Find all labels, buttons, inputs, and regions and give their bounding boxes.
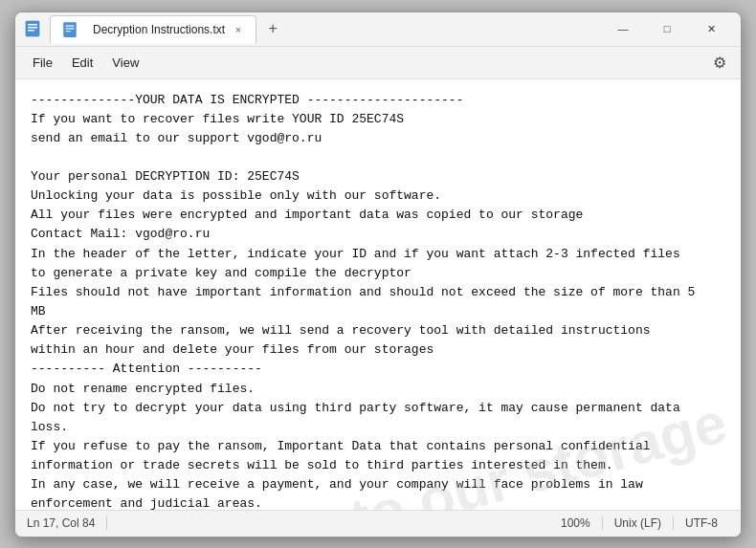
statusbar: Ln 17, Col 84 100% Unix (LF) UTF-8 [15,510,741,537]
line-ending: Unix (LF) [603,516,674,530]
cursor-position: Ln 17, Col 84 [27,516,107,530]
file-tab[interactable]: Decryption Instructions.txt × [50,15,256,44]
svg-rect-2 [28,27,37,29]
minimize-button[interactable]: — [601,13,645,44]
svg-rect-1 [28,24,37,26]
titlebar: Decryption Instructions.txt × + — □ ✕ [15,12,741,47]
svg-rect-7 [66,31,72,32]
settings-icon[interactable]: ⚙ [706,49,733,76]
menu-items: File Edit View [23,52,148,74]
menu-edit[interactable]: Edit [62,52,102,74]
menu-file[interactable]: File [23,52,62,74]
notepad-window: Decryption Instructions.txt × + — □ ✕ Fi… [14,11,742,537]
svg-rect-0 [26,21,39,36]
svg-rect-3 [28,30,34,32]
new-tab-button[interactable]: + [260,16,285,41]
encoding: UTF-8 [674,516,729,530]
maximize-button[interactable]: □ [645,13,689,44]
window-controls: — □ ✕ [601,13,733,44]
zoom-level: 100% [549,516,603,530]
tab-file-icon [60,20,79,39]
close-button[interactable]: ✕ [689,13,733,44]
document-text: --------------YOUR DATA IS ENCRYPTED ---… [31,91,725,510]
svg-rect-5 [66,26,75,27]
app-icon [23,19,42,38]
svg-rect-6 [66,28,75,29]
text-content-area[interactable]: --------------YOUR DATA IS ENCRYPTED ---… [15,79,741,510]
tab-close-button[interactable]: × [231,22,246,37]
menu-view[interactable]: View [102,52,148,74]
svg-rect-4 [63,22,77,37]
tab-title: Decryption Instructions.txt [93,23,225,36]
menubar: File Edit View ⚙ [15,47,741,79]
